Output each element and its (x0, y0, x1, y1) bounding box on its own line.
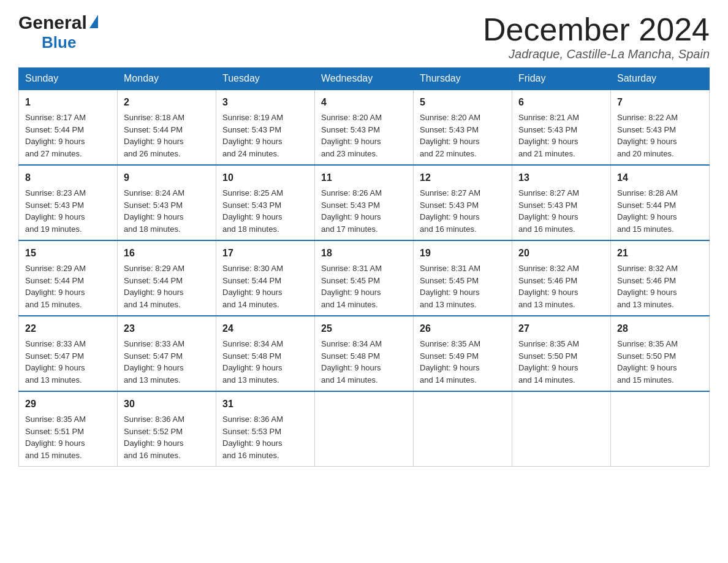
calendar-day-header: Tuesday (216, 68, 315, 90)
calendar-week-row: 22Sunrise: 8:33 AMSunset: 5:47 PMDayligh… (19, 316, 710, 391)
calendar-day-cell: 29Sunrise: 8:35 AMSunset: 5:51 PMDayligh… (19, 391, 118, 467)
day-sunrise: Sunrise: 8:32 AMSunset: 5:46 PMDaylight:… (518, 264, 579, 309)
day-number: 29 (25, 397, 111, 412)
calendar-day-cell: 17Sunrise: 8:30 AMSunset: 5:44 PMDayligh… (216, 240, 315, 316)
calendar-day-cell (611, 391, 710, 467)
calendar-day-cell: 15Sunrise: 8:29 AMSunset: 5:44 PMDayligh… (19, 240, 118, 316)
calendar-day-cell: 21Sunrise: 8:32 AMSunset: 5:46 PMDayligh… (611, 240, 710, 316)
calendar-day-header: Sunday (19, 68, 118, 90)
logo: General Blue (18, 12, 98, 52)
day-sunrise: Sunrise: 8:35 AMSunset: 5:51 PMDaylight:… (25, 415, 86, 460)
calendar-day-cell: 16Sunrise: 8:29 AMSunset: 5:44 PMDayligh… (118, 240, 216, 316)
calendar-day-cell: 14Sunrise: 8:28 AMSunset: 5:44 PMDayligh… (611, 165, 710, 240)
calendar-table: SundayMondayTuesdayWednesdayThursdayFrid… (18, 67, 710, 467)
day-number: 22 (25, 321, 111, 336)
day-sunrise: Sunrise: 8:36 AMSunset: 5:52 PMDaylight:… (124, 415, 184, 460)
calendar-day-header: Wednesday (315, 68, 414, 90)
calendar-day-cell: 31Sunrise: 8:36 AMSunset: 5:53 PMDayligh… (216, 391, 315, 467)
logo-triangle-icon (89, 15, 98, 28)
calendar-day-cell: 2Sunrise: 8:18 AMSunset: 5:44 PMDaylight… (118, 90, 216, 165)
month-title: December 2024 (483, 12, 710, 47)
day-sunrise: Sunrise: 8:36 AMSunset: 5:53 PMDaylight:… (222, 415, 283, 460)
calendar-day-cell: 6Sunrise: 8:21 AMSunset: 5:43 PMDaylight… (512, 90, 611, 165)
calendar-day-cell: 26Sunrise: 8:35 AMSunset: 5:49 PMDayligh… (414, 316, 512, 391)
day-sunrise: Sunrise: 8:21 AMSunset: 5:43 PMDaylight:… (518, 113, 579, 158)
day-sunrise: Sunrise: 8:33 AMSunset: 5:47 PMDaylight:… (124, 339, 184, 385)
day-sunrise: Sunrise: 8:35 AMSunset: 5:50 PMDaylight:… (617, 339, 678, 385)
day-sunrise: Sunrise: 8:30 AMSunset: 5:44 PMDaylight:… (222, 264, 283, 309)
day-sunrise: Sunrise: 8:33 AMSunset: 5:47 PMDaylight:… (25, 339, 86, 385)
day-number: 3 (222, 95, 308, 110)
day-number: 5 (420, 95, 506, 110)
day-number: 8 (25, 170, 111, 185)
day-number: 18 (321, 246, 407, 261)
day-sunrise: Sunrise: 8:22 AMSunset: 5:43 PMDaylight:… (617, 113, 678, 158)
day-sunrise: Sunrise: 8:24 AMSunset: 5:43 PMDaylight:… (124, 188, 184, 234)
calendar-day-header: Saturday (611, 68, 710, 90)
day-number: 1 (25, 95, 111, 110)
calendar-week-row: 15Sunrise: 8:29 AMSunset: 5:44 PMDayligh… (19, 240, 710, 316)
day-sunrise: Sunrise: 8:26 AMSunset: 5:43 PMDaylight:… (321, 188, 382, 234)
calendar-day-cell (512, 391, 611, 467)
calendar-day-cell: 19Sunrise: 8:31 AMSunset: 5:45 PMDayligh… (414, 240, 512, 316)
day-sunrise: Sunrise: 8:28 AMSunset: 5:44 PMDaylight:… (617, 188, 678, 234)
day-number: 16 (124, 246, 210, 261)
day-sunrise: Sunrise: 8:20 AMSunset: 5:43 PMDaylight:… (321, 113, 382, 158)
calendar-day-cell: 9Sunrise: 8:24 AMSunset: 5:43 PMDaylight… (118, 165, 216, 240)
calendar-day-cell: 4Sunrise: 8:20 AMSunset: 5:43 PMDaylight… (315, 90, 414, 165)
day-number: 7 (617, 95, 703, 110)
calendar-day-header: Monday (118, 68, 216, 90)
day-sunrise: Sunrise: 8:25 AMSunset: 5:43 PMDaylight:… (222, 188, 283, 234)
calendar-day-cell: 13Sunrise: 8:27 AMSunset: 5:43 PMDayligh… (512, 165, 611, 240)
calendar-day-cell: 25Sunrise: 8:34 AMSunset: 5:48 PMDayligh… (315, 316, 414, 391)
day-number: 23 (124, 321, 210, 336)
calendar-week-row: 29Sunrise: 8:35 AMSunset: 5:51 PMDayligh… (19, 391, 710, 467)
logo-blue-text: Blue (42, 33, 76, 52)
day-number: 24 (222, 321, 308, 336)
calendar-day-cell: 8Sunrise: 8:23 AMSunset: 5:43 PMDaylight… (19, 165, 118, 240)
calendar-day-header: Friday (512, 68, 611, 90)
day-number: 17 (222, 246, 308, 261)
day-number: 15 (25, 246, 111, 261)
day-sunrise: Sunrise: 8:29 AMSunset: 5:44 PMDaylight:… (124, 264, 184, 309)
day-number: 14 (617, 170, 703, 185)
calendar-day-cell: 28Sunrise: 8:35 AMSunset: 5:50 PMDayligh… (611, 316, 710, 391)
calendar-day-cell (315, 391, 414, 467)
calendar-day-cell: 20Sunrise: 8:32 AMSunset: 5:46 PMDayligh… (512, 240, 611, 316)
day-sunrise: Sunrise: 8:34 AMSunset: 5:48 PMDaylight:… (321, 339, 382, 385)
day-sunrise: Sunrise: 8:29 AMSunset: 5:44 PMDaylight:… (25, 264, 86, 309)
day-sunrise: Sunrise: 8:17 AMSunset: 5:44 PMDaylight:… (25, 113, 86, 158)
calendar-day-cell: 30Sunrise: 8:36 AMSunset: 5:52 PMDayligh… (118, 391, 216, 467)
calendar-day-cell: 27Sunrise: 8:35 AMSunset: 5:50 PMDayligh… (512, 316, 611, 391)
calendar-day-cell: 7Sunrise: 8:22 AMSunset: 5:43 PMDaylight… (611, 90, 710, 165)
day-number: 19 (420, 246, 506, 261)
day-number: 2 (124, 95, 210, 110)
day-sunrise: Sunrise: 8:20 AMSunset: 5:43 PMDaylight:… (420, 113, 480, 158)
calendar-day-cell: 10Sunrise: 8:25 AMSunset: 5:43 PMDayligh… (216, 165, 315, 240)
calendar-week-row: 1Sunrise: 8:17 AMSunset: 5:44 PMDaylight… (19, 90, 710, 165)
calendar-day-cell: 3Sunrise: 8:19 AMSunset: 5:43 PMDaylight… (216, 90, 315, 165)
location: Jadraque, Castille-La Mancha, Spain (483, 47, 710, 61)
day-number: 31 (222, 397, 308, 412)
day-number: 6 (518, 95, 604, 110)
day-number: 28 (617, 321, 703, 336)
day-sunrise: Sunrise: 8:27 AMSunset: 5:43 PMDaylight:… (518, 188, 579, 234)
day-number: 25 (321, 321, 407, 336)
day-number: 26 (420, 321, 506, 336)
day-number: 13 (518, 170, 604, 185)
day-number: 27 (518, 321, 604, 336)
day-sunrise: Sunrise: 8:18 AMSunset: 5:44 PMDaylight:… (124, 113, 184, 158)
calendar-header-row: SundayMondayTuesdayWednesdayThursdayFrid… (19, 68, 710, 90)
calendar-day-header: Thursday (414, 68, 512, 90)
day-sunrise: Sunrise: 8:34 AMSunset: 5:48 PMDaylight:… (222, 339, 283, 385)
title-section: December 2024 Jadraque, Castille-La Manc… (483, 12, 710, 61)
day-sunrise: Sunrise: 8:31 AMSunset: 5:45 PMDaylight:… (321, 264, 382, 309)
day-sunrise: Sunrise: 8:19 AMSunset: 5:43 PMDaylight:… (222, 113, 283, 158)
day-number: 4 (321, 95, 407, 110)
day-sunrise: Sunrise: 8:35 AMSunset: 5:50 PMDaylight:… (518, 339, 579, 385)
calendar-day-cell: 23Sunrise: 8:33 AMSunset: 5:47 PMDayligh… (118, 316, 216, 391)
calendar-day-cell: 18Sunrise: 8:31 AMSunset: 5:45 PMDayligh… (315, 240, 414, 316)
day-number: 21 (617, 246, 703, 261)
day-number: 20 (518, 246, 604, 261)
day-sunrise: Sunrise: 8:32 AMSunset: 5:46 PMDaylight:… (617, 264, 678, 309)
